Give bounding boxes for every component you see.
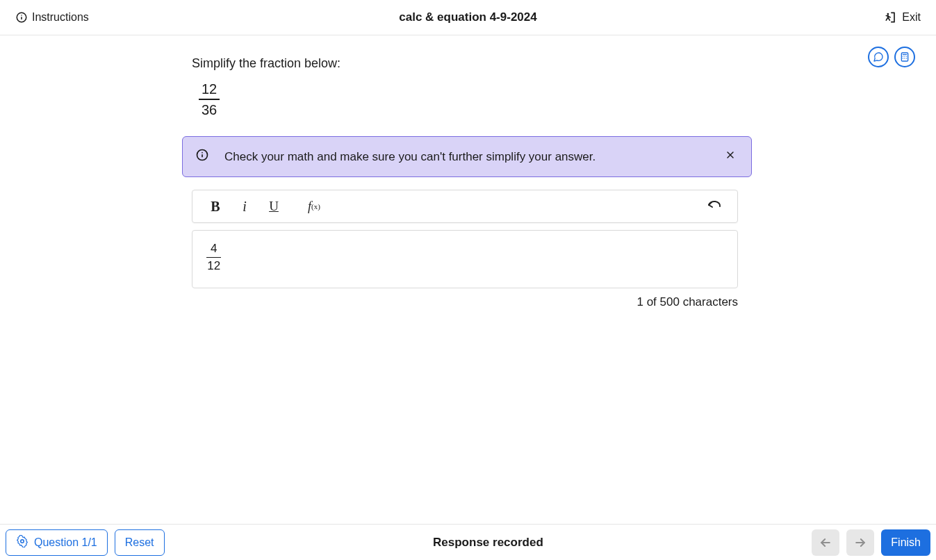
undo-button[interactable] (700, 190, 729, 223)
side-tools (868, 47, 915, 67)
exit-label: Exit (902, 11, 921, 24)
svg-point-2 (21, 15, 22, 16)
calculator-button[interactable] (894, 47, 915, 67)
comment-button[interactable] (868, 47, 889, 67)
answer-numerator: 4 (206, 242, 221, 258)
undo-icon (706, 198, 723, 215)
finish-button[interactable]: Finish (881, 529, 930, 556)
prev-button[interactable] (812, 529, 839, 556)
arrow-left-icon (819, 536, 832, 550)
fx-sub: (x) (311, 202, 320, 211)
character-count: 1 of 500 characters (192, 295, 738, 309)
svg-point-17 (21, 539, 24, 543)
reset-label: Reset (125, 536, 154, 549)
instructions-button[interactable]: Instructions (15, 11, 317, 24)
question-nav-label: Question 1/1 (34, 536, 97, 549)
finish-label: Finish (891, 536, 921, 549)
question-content: Simplify the fraction below: 12 36 Check… (192, 56, 750, 309)
svg-point-14 (202, 152, 203, 154)
gear-icon (16, 535, 28, 550)
reset-button[interactable]: Reset (115, 529, 165, 556)
footer-bar: Question 1/1 Reset Response recorded Fin… (0, 524, 936, 560)
question-fraction: 12 36 (199, 81, 220, 118)
hint-info-icon (195, 148, 209, 165)
close-icon (725, 149, 736, 160)
footer-status: Response recorded (172, 536, 805, 550)
calculator-icon (899, 51, 910, 63)
page-title: calc & equation 4-9-2024 (317, 10, 618, 24)
comment-icon (873, 51, 884, 63)
answer-fraction: 4 12 (206, 242, 221, 272)
main-area: Simplify the fraction below: 12 36 Check… (0, 35, 936, 309)
hint-banner: Check your math and make sure you can't … (182, 136, 752, 177)
app-header: Instructions calc & equation 4-9-2024 Ex… (0, 0, 936, 35)
next-button[interactable] (846, 529, 874, 556)
bold-button[interactable]: B (201, 190, 230, 223)
question-denominator: 36 (199, 100, 220, 118)
exit-icon (884, 10, 898, 24)
answer-denominator: 12 (206, 258, 221, 273)
question-numerator: 12 (199, 81, 220, 100)
instructions-label: Instructions (32, 11, 89, 24)
hint-close-button[interactable] (722, 147, 739, 167)
info-icon (15, 11, 28, 24)
answer-editor: B i U f(x) 4 12 (192, 190, 738, 309)
equation-button[interactable]: f(x) (299, 190, 329, 223)
editor-toolbar: B i U f(x) (192, 190, 738, 223)
question-nav-button[interactable]: Question 1/1 (6, 529, 108, 556)
underline-button[interactable]: U (259, 190, 288, 223)
answer-input[interactable]: 4 12 (192, 230, 738, 288)
hint-text: Check your math and make sure you can't … (224, 150, 707, 164)
italic-button[interactable]: i (230, 190, 259, 223)
question-prompt: Simplify the fraction below: (192, 56, 750, 71)
arrow-right-icon (853, 536, 867, 550)
exit-button[interactable]: Exit (619, 10, 921, 24)
